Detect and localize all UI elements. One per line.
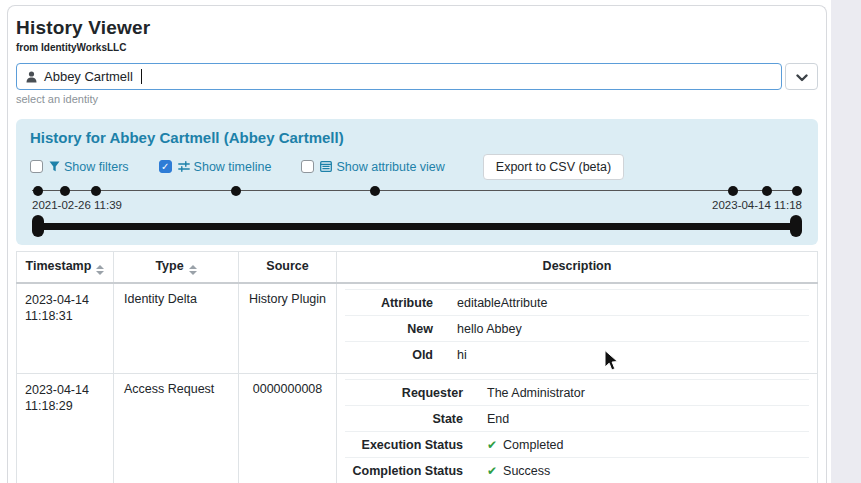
show-timeline-checkbox[interactable]: ✓ — [159, 160, 172, 173]
cell-type: Identity Delta — [114, 283, 239, 374]
timeline-dots — [32, 185, 802, 197]
cell-source: History Plugin — [239, 283, 337, 374]
cell-description: Requester The Administrator State End Ex… — [337, 374, 818, 483]
show-timeline-label[interactable]: Show timeline — [178, 160, 272, 174]
text-caret — [141, 69, 142, 84]
timeline-event-dot[interactable] — [33, 186, 43, 196]
timeline-range-slider[interactable] — [32, 215, 802, 237]
identity-input-value: Abbey Cartmell — [44, 69, 133, 84]
cell-source: 0000000008 — [239, 374, 337, 483]
detail-row: State End — [345, 405, 809, 431]
table-row: 2023-04-14 11:18:29 Access Request 00000… — [17, 374, 818, 483]
sliders-icon — [178, 161, 190, 172]
identity-picker-group: Abbey Cartmell — [16, 63, 818, 90]
cell-timestamp: 2023-04-14 11:18:31 — [17, 283, 114, 374]
identity-helper-text: select an identity — [16, 93, 818, 106]
panel-controls: Show filters ✓ Show timeline Show attrib… — [30, 154, 804, 179]
sort-icon — [96, 265, 104, 275]
show-attribute-view-label[interactable]: Show attribute view — [320, 160, 444, 174]
detail-row: Requester The Administrator — [345, 379, 809, 405]
success-check-icon: ✔ — [487, 464, 497, 478]
show-attribute-view-toggle[interactable]: Show attribute view — [301, 160, 444, 174]
show-filters-label[interactable]: Show filters — [49, 160, 129, 174]
export-csv-button[interactable]: Export to CSV (beta) — [483, 154, 624, 180]
show-filters-checkbox[interactable] — [30, 160, 43, 173]
detail-row: Attribute editableAttribute — [345, 289, 809, 315]
timeline-event-dot[interactable] — [762, 186, 772, 196]
page-title: History Viewer — [16, 17, 818, 39]
identity-dropdown-button[interactable] — [785, 63, 818, 90]
header-description: Description — [337, 252, 818, 284]
mouse-cursor-icon — [604, 350, 619, 372]
timeline-event-dot[interactable] — [231, 186, 241, 196]
show-attribute-view-checkbox[interactable] — [301, 160, 314, 173]
slider-track[interactable] — [38, 223, 796, 230]
timeline-start-label: 2021-02-26 11:39 — [32, 199, 122, 212]
header-source: Source — [239, 252, 337, 284]
table-icon — [320, 161, 332, 172]
show-timeline-toggle[interactable]: ✓ Show timeline — [159, 160, 272, 174]
detail-row: New hello Abbey — [345, 315, 809, 341]
cell-description: Attribute editableAttribute New hello Ab… — [337, 283, 818, 374]
page-background-strip — [831, 0, 861, 483]
history-panel: History for Abbey Cartmell (Abbey Cartme… — [16, 119, 818, 245]
slider-handle-end[interactable] — [790, 215, 802, 237]
success-check-icon: ✔ — [487, 438, 497, 452]
page-subtitle: from IdentityWorksLLC — [16, 42, 818, 54]
slider-handle-start[interactable] — [32, 215, 44, 237]
identity-search-input[interactable]: Abbey Cartmell — [16, 63, 782, 90]
table-row: 2023-04-14 11:18:31 Identity Delta Histo… — [17, 283, 818, 374]
timeline-line — [32, 190, 802, 191]
detail-row: Completion Status ✔Success — [345, 457, 809, 483]
show-filters-toggle[interactable]: Show filters — [30, 160, 129, 174]
person-icon — [26, 71, 37, 83]
timeline-event-dot[interactable] — [370, 186, 380, 196]
chevron-down-icon — [796, 68, 808, 86]
timeline-end-label: 2023-04-14 11:18 — [712, 199, 802, 212]
timeline-event-dot[interactable] — [91, 186, 101, 196]
timeline-event-dot[interactable] — [60, 186, 70, 196]
header-timestamp[interactable]: Timestamp — [17, 252, 114, 284]
funnel-icon — [49, 161, 60, 172]
timeline-event-dot[interactable] — [792, 186, 802, 196]
cell-timestamp: 2023-04-14 11:18:29 — [17, 374, 114, 483]
timeline-event-dot[interactable] — [728, 186, 738, 196]
table-header-row: Timestamp Type Source Description — [17, 252, 818, 284]
sort-icon — [189, 265, 197, 275]
detail-row: Execution Status ✔Completed — [345, 431, 809, 457]
panel-title: History for Abbey Cartmell (Abbey Cartme… — [30, 129, 804, 147]
header-type[interactable]: Type — [114, 252, 239, 284]
detail-row: Old hi — [345, 341, 809, 367]
timeline-labels: 2021-02-26 11:39 2023-04-14 11:18 — [32, 199, 802, 212]
cell-type: Access Request — [114, 374, 239, 483]
history-viewer-card: History Viewer from IdentityWorksLLC Abb… — [7, 5, 827, 483]
history-table: Timestamp Type Source Description 2023-0… — [16, 251, 818, 483]
